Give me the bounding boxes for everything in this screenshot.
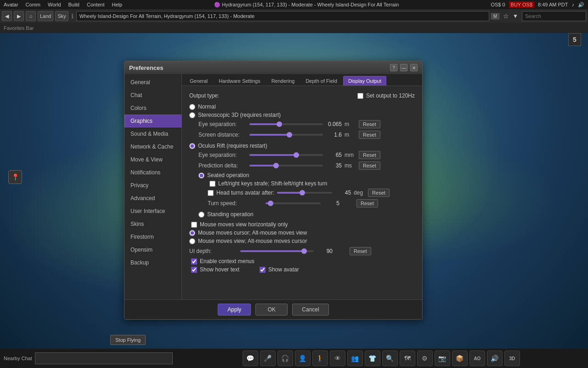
head-turns-reset[interactable]: Reset (368, 189, 390, 197)
sidebar-item-skins[interactable]: Skins (124, 218, 181, 230)
oculus-eye-sep-reset[interactable]: Reset (359, 151, 380, 159)
head-turns-slider[interactable] (277, 192, 332, 194)
dialog-titlebar: Preferences ? — ✕ (124, 61, 422, 74)
menu-content[interactable]: Content (87, 2, 105, 7)
seated-radio[interactable] (198, 172, 204, 178)
chat-input[interactable] (35, 352, 173, 364)
set-120hz-checkbox[interactable] (357, 93, 363, 99)
menu-build[interactable]: Build (68, 2, 79, 7)
head-turns-checkbox[interactable] (208, 190, 214, 196)
ao-btn[interactable]: AO (469, 351, 485, 366)
3d-btn[interactable]: 3D (504, 351, 520, 366)
show-hover-checkbox[interactable] (191, 267, 197, 273)
sidebar-item-user-interface[interactable]: User Interface (124, 205, 181, 218)
sound-icon-btn[interactable]: 🔊 (487, 351, 503, 366)
sidebar-item-notifications[interactable]: Notifications (124, 166, 181, 179)
show-avatar-checkbox[interactable] (260, 267, 266, 273)
preferences-content: General Hardware Settings Rendering Dept… (182, 74, 422, 299)
stereo-radio[interactable] (189, 112, 195, 118)
close-button[interactable]: ✕ (410, 64, 418, 71)
profile-icon-btn[interactable]: 👤 (295, 351, 311, 366)
sidebar-item-general[interactable]: General (124, 76, 181, 89)
sidebar-item-graphics[interactable]: Graphics (124, 115, 181, 127)
oculus-eye-sep-unit: mm (345, 152, 356, 158)
sidebar-item-colors[interactable]: Colors (124, 102, 181, 115)
menu-comm[interactable]: Comm (26, 2, 40, 7)
cancel-button[interactable]: Cancel (292, 304, 328, 316)
normal-radio[interactable] (189, 104, 195, 110)
sidebar-item-network-cache[interactable]: Network & Cache (124, 140, 181, 153)
leftright-checkbox[interactable] (209, 181, 215, 187)
people-icon-btn[interactable]: 👥 (347, 351, 363, 366)
sky-button[interactable]: Sky (55, 11, 68, 21)
menu-help[interactable]: Help (112, 2, 123, 7)
prediction-reset[interactable]: Reset (359, 161, 380, 170)
sidebar-item-advanced[interactable]: Advanced (124, 192, 181, 205)
oculus-label: Oculus Rift (requires restart) (198, 143, 267, 149)
mouse-cursor-radio[interactable] (189, 230, 195, 236)
turn-speed-reset[interactable]: Reset (356, 199, 378, 207)
sidebar-item-chat[interactable]: Chat (124, 89, 181, 102)
music-icon: ♪ (572, 2, 575, 7)
eye-sep-slider[interactable] (249, 123, 323, 125)
dialog-controls: ? — ✕ (390, 64, 418, 71)
oculus-radio[interactable] (189, 143, 195, 149)
walk-icon-btn[interactable]: 🚶 (312, 351, 328, 366)
normal-label: Normal (198, 104, 216, 110)
tab-dof[interactable]: Depth of Field (300, 76, 342, 86)
home-button[interactable]: ⌂ (26, 11, 36, 21)
sidebar-item-opensim[interactable]: Opensim (124, 243, 181, 256)
help-button[interactable]: ? (390, 64, 397, 71)
settings-icon-btn[interactable]: ⚙ (417, 351, 433, 366)
screen-dist-slider[interactable] (249, 134, 323, 136)
sidebar-item-backup[interactable]: Backup (124, 256, 181, 269)
standing-radio[interactable] (198, 212, 204, 218)
eye-icon-btn[interactable]: 👁 (330, 351, 345, 366)
tab-hardware[interactable]: Hardware Settings (214, 76, 266, 86)
search-icon-btn[interactable]: 🔍 (382, 351, 398, 366)
standing-label: Standing operation (207, 211, 254, 218)
dialog-body: General Chat Colors Graphics Sound & Med… (124, 74, 422, 299)
turn-speed-label: Turn speed: (208, 200, 263, 207)
prediction-slider[interactable] (249, 165, 323, 167)
show-avatar-row: Show avatar (258, 266, 299, 273)
buy-os-button[interactable]: BUY OS$ (509, 1, 535, 8)
map-icon-btn[interactable]: 🗺 (400, 351, 415, 366)
screen-dist-reset[interactable]: Reset (359, 131, 380, 139)
mouse-horiz-checkbox[interactable] (191, 222, 197, 228)
land-button[interactable]: Land (38, 11, 53, 21)
enable-context-checkbox[interactable] (191, 259, 197, 264)
tab-general[interactable]: General (185, 76, 213, 86)
minimize-button[interactable]: — (400, 64, 407, 71)
bookmark-icon[interactable]: ☆ (503, 12, 509, 20)
ui-depth-slider[interactable] (240, 250, 314, 252)
sidebar-item-privacy[interactable]: Privacy (124, 179, 181, 192)
menu-avatar[interactable]: Avatar (4, 2, 18, 7)
back-button[interactable]: ◀ (2, 11, 12, 21)
mouse-view-radio[interactable] (189, 238, 195, 244)
chat-icon-btn[interactable]: 💬 (243, 351, 258, 366)
camera-icon-btn[interactable]: 📷 (435, 351, 450, 366)
clothing-icon-btn[interactable]: 👕 (365, 351, 380, 366)
tab-display-output[interactable]: Display Output (343, 76, 386, 86)
mic-icon-btn[interactable]: 🎤 (260, 351, 276, 366)
tab-rendering[interactable]: Rendering (266, 76, 300, 86)
sidebar-item-firestorm[interactable]: Firestorm (124, 230, 181, 243)
menu-world[interactable]: World (48, 2, 61, 7)
eye-sep-reset[interactable]: Reset (359, 120, 380, 128)
sidebar-item-move-view[interactable]: Move & View (124, 153, 181, 166)
search-input[interactable] (522, 11, 586, 21)
nav-menu-icon[interactable]: ▼ (513, 13, 518, 19)
favorites-label: Favorites Bar (4, 25, 34, 31)
headphone-icon-btn[interactable]: 🎧 (277, 351, 293, 366)
forward-button[interactable]: ▶ (14, 11, 24, 21)
oculus-eye-sep-slider[interactable] (249, 154, 323, 156)
ok-button[interactable]: OK (255, 304, 288, 316)
inventory-icon-btn[interactable]: 📦 (452, 351, 468, 366)
sidebar-item-sound-media[interactable]: Sound & Media (124, 127, 181, 140)
apply-button[interactable]: Apply (218, 304, 251, 316)
turn-speed-slider[interactable] (266, 202, 321, 204)
url-bar[interactable] (76, 11, 489, 21)
ui-depth-row: UI depth: 90 Reset (189, 247, 415, 255)
ui-depth-reset[interactable]: Reset (350, 247, 371, 255)
